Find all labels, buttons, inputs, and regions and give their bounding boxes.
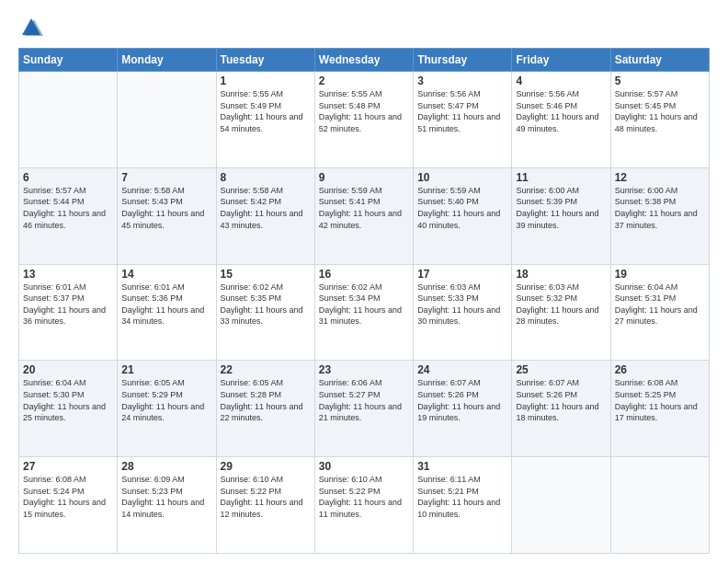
day-info: Sunrise: 6:04 AMSunset: 5:31 PMDaylight:… [615,282,705,327]
day-number: 2 [319,75,409,87]
day-number: 3 [417,75,507,87]
header [18,15,710,40]
day-cell: 30Sunrise: 6:10 AMSunset: 5:22 PMDayligh… [314,457,413,554]
day-cell: 25Sunrise: 6:07 AMSunset: 5:26 PMDayligh… [512,361,610,457]
day-number: 15 [221,268,311,281]
day-info: Sunrise: 6:07 AMSunset: 5:26 PMDaylight:… [516,377,606,423]
day-cell: 10Sunrise: 5:59 AMSunset: 5:40 PMDayligh… [414,167,512,264]
day-cell: 14Sunrise: 6:01 AMSunset: 5:36 PMDayligh… [118,264,216,361]
day-number: 27 [23,460,113,473]
day-info: Sunrise: 5:57 AMSunset: 5:45 PMDaylight:… [615,88,705,134]
day-cell: 13Sunrise: 6:01 AMSunset: 5:37 PMDayligh… [19,264,118,361]
day-number: 29 [221,460,311,473]
day-number: 28 [121,460,211,473]
day-number: 6 [23,171,113,184]
day-cell: 23Sunrise: 6:06 AMSunset: 5:27 PMDayligh… [314,361,413,457]
day-cell: 26Sunrise: 6:08 AMSunset: 5:25 PMDayligh… [610,361,709,457]
day-number: 5 [615,75,705,87]
weekday-header-row: SundayMondayTuesdayWednesdayThursdayFrid… [19,49,710,72]
day-number: 10 [417,171,507,184]
day-cell [19,72,118,168]
day-info: Sunrise: 5:58 AMSunset: 5:43 PMDaylight:… [121,185,211,231]
weekday-header-monday: Monday [118,49,216,72]
day-info: Sunrise: 6:04 AMSunset: 5:30 PMDaylight:… [23,377,113,423]
day-info: Sunrise: 6:08 AMSunset: 5:24 PMDaylight:… [23,474,113,520]
day-number: 4 [516,75,606,87]
day-info: Sunrise: 5:59 AMSunset: 5:40 PMDaylight:… [417,185,507,231]
day-info: Sunrise: 5:55 AMSunset: 5:48 PMDaylight:… [319,88,409,134]
weekday-header-friday: Friday [512,49,610,72]
day-cell: 27Sunrise: 6:08 AMSunset: 5:24 PMDayligh… [19,457,118,554]
day-number: 7 [121,171,211,184]
day-info: Sunrise: 6:02 AMSunset: 5:34 PMDaylight:… [319,282,409,327]
day-info: Sunrise: 6:07 AMSunset: 5:26 PMDaylight:… [417,377,507,423]
day-number: 31 [417,460,507,473]
day-cell: 9Sunrise: 5:59 AMSunset: 5:41 PMDaylight… [314,167,413,264]
day-cell: 17Sunrise: 6:03 AMSunset: 5:33 PMDayligh… [414,264,512,361]
day-cell: 5Sunrise: 5:57 AMSunset: 5:45 PMDaylight… [610,72,709,168]
day-cell: 1Sunrise: 5:55 AMSunset: 5:49 PMDaylight… [216,72,314,168]
logo [18,15,48,40]
day-cell: 29Sunrise: 6:10 AMSunset: 5:22 PMDayligh… [216,457,314,554]
day-number: 14 [121,268,211,281]
logo-icon [18,15,44,40]
day-cell: 7Sunrise: 5:58 AMSunset: 5:43 PMDaylight… [118,167,216,264]
day-number: 13 [23,268,113,281]
day-cell: 2Sunrise: 5:55 AMSunset: 5:48 PMDaylight… [314,72,413,168]
day-number: 18 [516,268,606,281]
day-info: Sunrise: 5:57 AMSunset: 5:44 PMDaylight:… [23,185,113,231]
calendar-table: SundayMondayTuesdayWednesdayThursdayFrid… [18,48,710,554]
weekday-header-thursday: Thursday [414,49,512,72]
day-cell [512,457,610,554]
day-info: Sunrise: 5:58 AMSunset: 5:42 PMDaylight:… [221,185,311,231]
day-info: Sunrise: 6:05 AMSunset: 5:28 PMDaylight:… [221,377,311,423]
day-number: 8 [221,171,311,184]
day-number: 21 [121,363,211,376]
day-number: 26 [615,363,705,376]
weekday-header-saturday: Saturday [610,49,709,72]
day-info: Sunrise: 6:11 AMSunset: 5:21 PMDaylight:… [417,474,507,520]
day-info: Sunrise: 6:09 AMSunset: 5:23 PMDaylight:… [121,474,211,520]
weekday-header-sunday: Sunday [19,49,118,72]
day-info: Sunrise: 6:08 AMSunset: 5:25 PMDaylight:… [615,377,705,423]
day-cell: 6Sunrise: 5:57 AMSunset: 5:44 PMDaylight… [19,167,118,264]
week-row-5: 27Sunrise: 6:08 AMSunset: 5:24 PMDayligh… [19,457,710,554]
day-number: 19 [615,268,705,281]
day-cell: 24Sunrise: 6:07 AMSunset: 5:26 PMDayligh… [414,361,512,457]
day-number: 11 [516,171,606,184]
day-number: 20 [23,363,113,376]
day-info: Sunrise: 6:06 AMSunset: 5:27 PMDaylight:… [319,377,409,423]
day-cell: 19Sunrise: 6:04 AMSunset: 5:31 PMDayligh… [610,264,709,361]
day-info: Sunrise: 6:00 AMSunset: 5:39 PMDaylight:… [516,185,606,231]
day-cell: 15Sunrise: 6:02 AMSunset: 5:35 PMDayligh… [216,264,314,361]
day-info: Sunrise: 5:56 AMSunset: 5:46 PMDaylight:… [516,88,606,134]
day-cell: 8Sunrise: 5:58 AMSunset: 5:42 PMDaylight… [216,167,314,264]
day-cell: 22Sunrise: 6:05 AMSunset: 5:28 PMDayligh… [216,361,314,457]
day-cell: 3Sunrise: 5:56 AMSunset: 5:47 PMDaylight… [414,72,512,168]
day-number: 23 [319,363,409,376]
weekday-header-wednesday: Wednesday [314,49,413,72]
day-cell: 16Sunrise: 6:02 AMSunset: 5:34 PMDayligh… [314,264,413,361]
day-info: Sunrise: 5:56 AMSunset: 5:47 PMDaylight:… [417,88,507,134]
day-cell [118,72,216,168]
day-info: Sunrise: 6:10 AMSunset: 5:22 PMDaylight:… [221,474,311,520]
week-row-3: 13Sunrise: 6:01 AMSunset: 5:37 PMDayligh… [19,264,710,361]
day-info: Sunrise: 5:59 AMSunset: 5:41 PMDaylight:… [319,185,409,231]
weekday-header-tuesday: Tuesday [216,49,314,72]
day-number: 12 [615,171,705,184]
day-number: 9 [319,171,409,184]
day-number: 24 [417,363,507,376]
day-cell: 12Sunrise: 6:00 AMSunset: 5:38 PMDayligh… [610,167,709,264]
day-cell: 18Sunrise: 6:03 AMSunset: 5:32 PMDayligh… [512,264,610,361]
page: SundayMondayTuesdayWednesdayThursdayFrid… [0,0,728,563]
week-row-2: 6Sunrise: 5:57 AMSunset: 5:44 PMDaylight… [19,167,710,264]
day-info: Sunrise: 6:05 AMSunset: 5:29 PMDaylight:… [121,377,211,423]
day-info: Sunrise: 5:55 AMSunset: 5:49 PMDaylight:… [221,88,311,134]
day-info: Sunrise: 6:10 AMSunset: 5:22 PMDaylight:… [319,474,409,520]
day-cell: 21Sunrise: 6:05 AMSunset: 5:29 PMDayligh… [118,361,216,457]
week-row-1: 1Sunrise: 5:55 AMSunset: 5:49 PMDaylight… [19,72,710,168]
day-number: 30 [319,460,409,473]
day-cell [610,457,709,554]
day-number: 25 [516,363,606,376]
week-row-4: 20Sunrise: 6:04 AMSunset: 5:30 PMDayligh… [19,361,710,457]
